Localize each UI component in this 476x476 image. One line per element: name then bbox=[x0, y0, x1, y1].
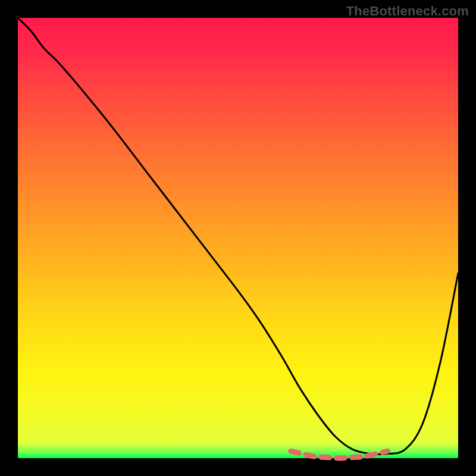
watermark-text: TheBottleneck.com bbox=[346, 4, 469, 19]
plot-area bbox=[18, 18, 458, 458]
chart-frame: TheBottleneck.com bbox=[0, 0, 476, 476]
chart-svg bbox=[0, 0, 476, 476]
